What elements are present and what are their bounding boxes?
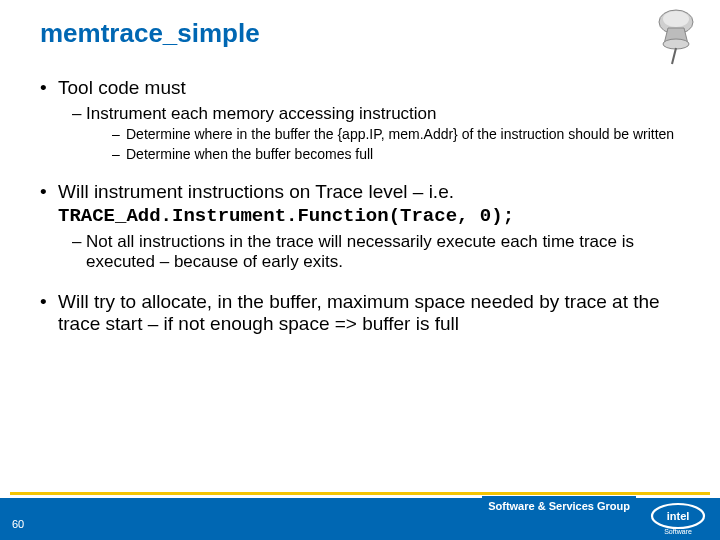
- svg-line-3: [672, 48, 676, 64]
- bullet-allocate-buffer: Will try to allocate, in the buffer, max…: [40, 291, 690, 337]
- bullet-trace-level: Will instrument instructions on Trace le…: [40, 181, 690, 272]
- bullet-text: Tool code must: [58, 77, 186, 98]
- svg-point-2: [663, 39, 689, 49]
- bullet-determine-buffer-pos: Determine where in the buffer the {app.I…: [112, 126, 690, 144]
- slide-title: memtrace_simple: [40, 18, 690, 49]
- logo-subtext: Software: [664, 528, 692, 535]
- bullet-early-exits: Not all instructions in the trace will n…: [72, 232, 690, 273]
- divider-line: [10, 492, 710, 495]
- page-number: 60: [12, 518, 24, 530]
- bullet-text: Will instrument instructions on Trace le…: [58, 181, 454, 202]
- bullet-instrument-memory: Instrument each memory accessing instruc…: [72, 104, 690, 163]
- bullet-text: Instrument each memory accessing instruc…: [86, 104, 437, 123]
- svg-point-1: [663, 11, 689, 27]
- pushpin-icon: [650, 6, 702, 66]
- bullet-determine-buffer-full: Determine when the buffer becomes full: [112, 146, 690, 164]
- code-trace-add: TRACE_Add.Instrument.Function(Trace, 0);: [58, 205, 514, 227]
- slide: memtrace_simple Tool code must Instrumen…: [0, 0, 720, 540]
- bullet-tool-code: Tool code must Instrument each memory ac…: [40, 77, 690, 163]
- logo-text: intel: [667, 510, 690, 522]
- bullet-list: Tool code must Instrument each memory ac…: [40, 77, 690, 336]
- intel-logo-icon: intel Software: [650, 502, 706, 536]
- slide-footer: 60 Software & Services Group intel Softw…: [0, 494, 720, 540]
- footer-group-label: Software & Services Group: [482, 496, 636, 516]
